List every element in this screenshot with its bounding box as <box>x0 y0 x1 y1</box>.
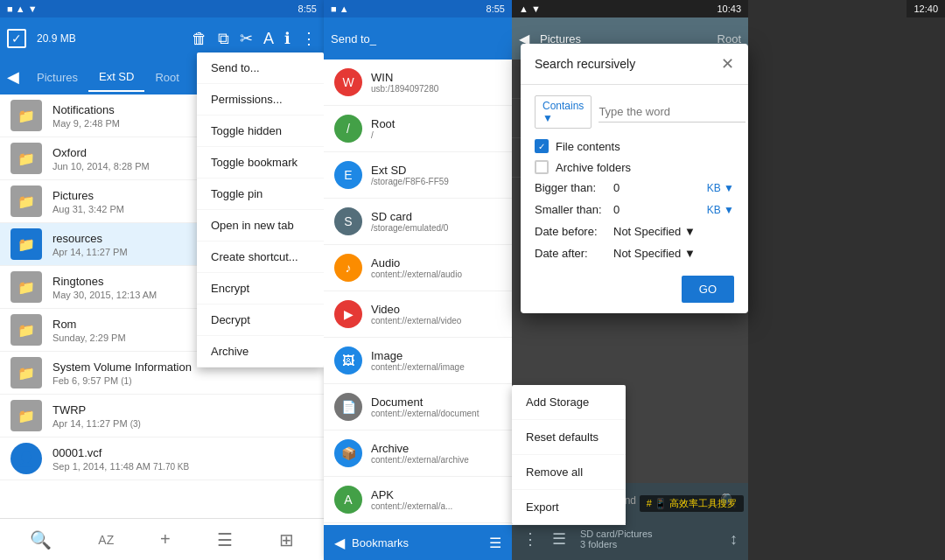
context-toggle-pin[interactable]: Toggle pin <box>197 178 324 210</box>
context-menu: Send to... Permissions... Toggle hidden … <box>197 52 324 368</box>
bigger-than-label: Bigger than: <box>535 181 613 194</box>
apk-icon: A <box>334 486 362 514</box>
date-before-label: Date before: <box>535 225 613 238</box>
sort-bottom-icon[interactable]: ↕ <box>730 530 738 549</box>
toolbar-panel2: Send to_ <box>324 18 512 60</box>
context-decrypt[interactable]: Decrypt <box>197 304 324 336</box>
archive-icon: 📦 <box>334 439 362 467</box>
status-bar-panel3: ▲ ▼ 10:43 <box>512 0 748 18</box>
archive-folders-label: Archive folders <box>556 161 631 174</box>
context-open-new-tab[interactable]: Open in new tab <box>197 210 324 242</box>
file-contents-checkbox[interactable]: ✓ <box>535 139 549 153</box>
context-toggle-bookmark[interactable]: Toggle bookmark <box>197 147 324 178</box>
more-icon[interactable]: ⋮ <box>301 29 317 48</box>
status-bar-panel4: 12:40 <box>906 0 945 18</box>
more-bottom-icon[interactable]: ⋮ <box>522 529 538 549</box>
folder-icon: 📁 <box>10 100 42 131</box>
check-icon[interactable]: ✓ <box>7 29 26 48</box>
archive-folders-row: Archive folders <box>535 160 734 174</box>
send-to-document[interactable]: 📄 Document content://external/document <box>324 384 512 430</box>
send-to-win[interactable]: W WIN usb:/1894097280 <box>324 60 512 106</box>
search-word-input[interactable] <box>598 102 746 122</box>
audio-icon: ♪ <box>334 254 362 282</box>
list-item[interactable]: 📁 TWRP Apr 14, 11:27 PM (3) <box>0 395 324 438</box>
bigger-than-value: 0 <box>613 181 704 194</box>
send-to-video[interactable]: ▶ Video content://external/video <box>324 291 512 338</box>
folder-icon: 📁 <box>10 143 42 174</box>
send-to-archive[interactable]: 📦 Archive content://external/archive <box>324 430 512 477</box>
dialog-close-icon[interactable]: ✕ <box>721 54 734 74</box>
status-time-panel1: 8:55 <box>298 4 317 14</box>
back-arrow-icon[interactable]: ◀ <box>7 67 19 87</box>
tab-ext-sd[interactable]: Ext SD <box>88 63 144 92</box>
document-icon: 📄 <box>334 393 362 421</box>
bookmarks-label: Bookmarks <box>352 536 409 550</box>
smaller-than-unit[interactable]: KB ▼ <box>707 204 734 216</box>
font-icon[interactable]: A <box>263 30 274 48</box>
status-bar-panel1: ■ ▲ ▼ 8:55 <box>0 0 324 18</box>
image-icon: 🖼 <box>334 346 362 374</box>
go-button[interactable]: GO <box>682 276 734 303</box>
sd-path: SD card/Pictures <box>580 528 716 539</box>
send-to-title: Send to_ <box>331 32 376 46</box>
folder-icon: 📁 <box>10 228 42 260</box>
sub-reset-defaults[interactable]: Reset defaults <box>512 420 626 455</box>
copy-icon[interactable]: ⧉ <box>218 30 229 48</box>
send-to-image[interactable]: 🖼 Image content://external/image <box>324 338 512 384</box>
date-before-value[interactable]: Not Specified ▼ <box>613 225 734 238</box>
ext-sd-icon: E <box>334 161 362 189</box>
bookmarks-bar[interactable]: ◀ Bookmarks ☰ <box>324 525 512 560</box>
date-after-value[interactable]: Not Specified ▼ <box>613 247 734 260</box>
cut-icon[interactable]: ✂ <box>240 29 253 48</box>
wechat-watermark: # 📱 高效率工具搜罗 <box>640 495 744 512</box>
dialog-title: Search recursively <box>535 57 635 71</box>
bookmarks-sort-icon[interactable]: ☰ <box>489 535 501 551</box>
context-permissions[interactable]: Permissions... <box>197 84 324 116</box>
date-before-row: Date before: Not Specified ▼ <box>535 225 734 238</box>
context-encrypt[interactable]: Encrypt <box>197 273 324 304</box>
bigger-than-row: Bigger than: 0 KB ▼ <box>535 181 734 194</box>
folder-icon: 📁 <box>10 314 42 346</box>
list-bottom-icon[interactable]: ☰ <box>552 529 566 549</box>
archive-folders-checkbox[interactable] <box>535 160 549 174</box>
tab-root[interactable]: Root <box>144 64 189 91</box>
send-to-ext-sd[interactable]: E Ext SD /storage/F8F6-FF59 <box>324 152 512 199</box>
panel4-time: 12:40 <box>914 4 938 14</box>
search-icon[interactable]: 🔍 <box>30 529 52 550</box>
add-icon[interactable]: + <box>160 529 171 550</box>
az-sort-icon[interactable]: AZ <box>98 533 114 547</box>
list-view-icon[interactable]: ☰ <box>217 529 233 550</box>
bigger-than-unit[interactable]: KB ▼ <box>707 182 734 194</box>
bookmarks-arrow-icon: ◀ <box>334 535 345 551</box>
info-icon[interactable]: ℹ <box>284 29 290 48</box>
sub-export[interactable]: Export <box>512 490 626 525</box>
grid-view-icon[interactable]: ⊞ <box>279 529 294 550</box>
tab-pictures[interactable]: Pictures <box>26 64 88 91</box>
date-after-label: Date after: <box>535 247 613 260</box>
context-toggle-hidden[interactable]: Toggle hidden <box>197 116 324 147</box>
send-to-sd-card[interactable]: S SD card /storage/emulated/0 <box>324 199 512 245</box>
selected-size: 20.9 MB <box>37 32 76 45</box>
delete-icon[interactable]: 🗑 <box>192 30 207 48</box>
sd-count: 3 folders <box>580 539 716 550</box>
send-to-apk[interactable]: A APK content://external/a... <box>324 477 512 523</box>
search-dialog: Search recursively ✕ Contains ▼ ✓ File c… <box>521 44 748 313</box>
smaller-than-value: 0 <box>613 203 704 216</box>
context-send-to[interactable]: Send to... <box>197 52 324 84</box>
sub-remove-all[interactable]: Remove all <box>512 455 626 490</box>
send-to-root[interactable]: / Root / <box>324 106 512 152</box>
contains-dropdown[interactable]: Contains ▼ <box>535 95 592 129</box>
folder-icon: 📁 <box>10 186 42 217</box>
dialog-body: Contains ▼ ✓ File contents Archive folde… <box>521 85 748 313</box>
send-to-audio[interactable]: ♪ Audio content://external/audio <box>324 245 512 291</box>
context-archive[interactable]: Archive <box>197 336 324 368</box>
status-icons-left: ■ ▲ ▼ <box>7 4 38 14</box>
video-icon: ▶ <box>334 300 362 328</box>
status-icons-panel2: ■ ▲ <box>331 4 349 14</box>
list-item[interactable]: 👤 00001.vcf Sep 1, 2014, 11:48 AM 71.70 … <box>0 438 324 480</box>
context-create-shortcut[interactable]: Create shortcut... <box>197 242 324 273</box>
status-time-panel3: 10:43 <box>717 4 741 14</box>
smaller-than-row: Smaller than: 0 KB ▼ <box>535 203 734 216</box>
sub-add-storage[interactable]: Add Storage <box>512 385 626 420</box>
sub-menu: Add Storage Reset defaults Remove all Ex… <box>512 385 626 525</box>
